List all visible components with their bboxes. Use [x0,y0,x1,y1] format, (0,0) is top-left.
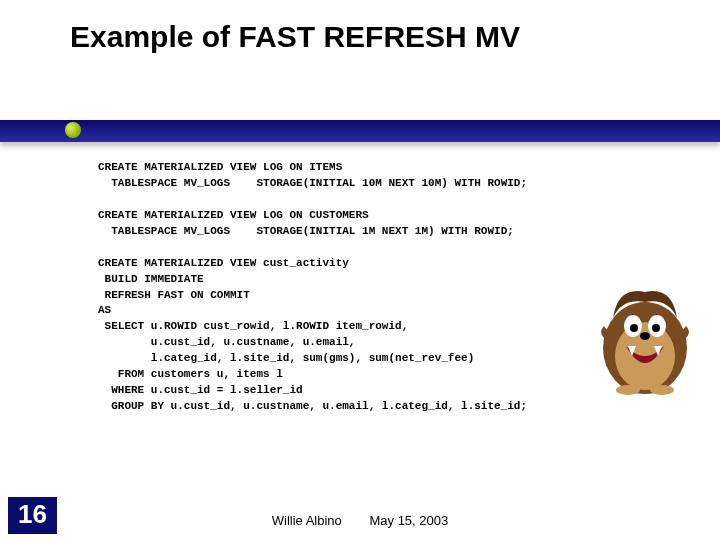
svg-point-6 [652,324,660,332]
svg-point-9 [650,385,674,395]
code-block: CREATE MATERIALIZED VIEW LOG ON ITEMS TA… [98,160,527,415]
title-rule [0,120,720,142]
svg-point-5 [630,324,638,332]
slide: Example of FAST REFRESH MV CREATE MATERI… [0,0,720,540]
bullet-icon [65,122,81,138]
svg-point-7 [640,332,650,340]
slide-title: Example of FAST REFRESH MV [0,0,720,62]
taz-image [598,278,692,396]
footer-date: May 15, 2003 [369,513,448,528]
footer: Willie Albino May 15, 2003 [0,513,720,528]
svg-point-8 [616,385,640,395]
footer-author: Willie Albino [272,513,342,528]
